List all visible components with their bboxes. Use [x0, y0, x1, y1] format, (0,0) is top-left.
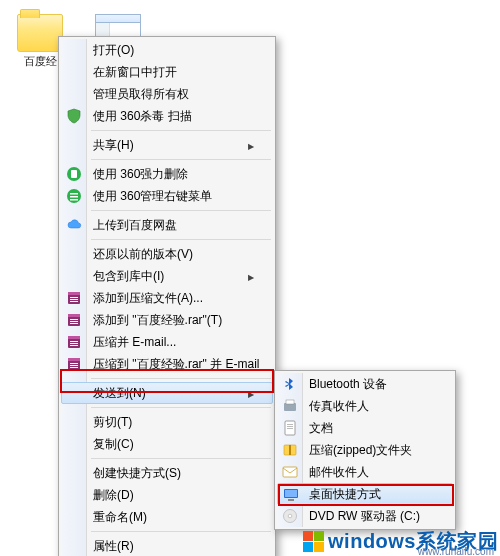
svg-rect-8: [70, 297, 78, 298]
svg-rect-23: [70, 363, 78, 364]
bluetooth-icon: [282, 376, 298, 392]
menu-item[interactable]: 添加到 "百度经验.rar"(T): [61, 309, 273, 331]
menu-item-label: 邮件收件人: [309, 464, 433, 481]
watermark-url: www.ruhaifu.com: [418, 546, 494, 556]
menu-item-label: 在新窗口中打开: [93, 64, 253, 81]
menu-item-label: 压缩(zipped)文件夹: [309, 442, 433, 459]
menu-separator: [91, 210, 271, 211]
menu-item[interactable]: 共享(H): [61, 134, 273, 156]
submenu-arrow-icon: [248, 138, 253, 152]
svg-rect-1: [71, 170, 77, 178]
highlight-sendto: [60, 369, 274, 393]
menu-item-label: 管理员取得所有权: [93, 86, 253, 103]
menu-item-label: 属性(R): [93, 538, 253, 555]
fax-icon: [282, 398, 298, 414]
rar-icon: [66, 334, 82, 350]
menu-item[interactable]: 压缩并 E-mail...: [61, 331, 273, 353]
svg-rect-34: [283, 467, 297, 477]
submenu-arrow-icon: [248, 269, 253, 283]
menu-separator: [91, 130, 271, 131]
svg-rect-29: [287, 424, 293, 425]
menu-item-label: 添加到 "百度经验.rar"(T): [93, 312, 253, 329]
menu-item[interactable]: 创建快捷方式(S): [61, 462, 273, 484]
menu-item-label: 压缩并 E-mail...: [93, 334, 253, 351]
svg-rect-13: [70, 319, 78, 320]
menu-item[interactable]: 使用 360管理右键菜单: [61, 185, 273, 207]
doc-icon: [282, 420, 298, 436]
watermark-text-1: windows: [328, 530, 416, 552]
menu-item[interactable]: 邮件收件人: [277, 461, 453, 483]
menu-item-label: Bluetooth 设备: [309, 376, 433, 393]
menu-item[interactable]: 重命名(M): [61, 506, 273, 528]
menu-item-label: 使用 360强力删除: [93, 166, 253, 183]
folder-icon: [17, 14, 63, 52]
menu-item[interactable]: 上传到百度网盘: [61, 214, 273, 236]
menu-item[interactable]: 还原以前的版本(V): [61, 243, 273, 265]
svg-rect-27: [286, 400, 294, 404]
sendto-submenu: Bluetooth 设备传真收件人文档压缩(zipped)文件夹邮件收件人桌面快…: [274, 370, 456, 530]
menu-item[interactable]: 打开(O): [61, 39, 273, 61]
svg-rect-4: [70, 196, 78, 198]
menu360-icon: [66, 188, 82, 204]
menu-item[interactable]: 管理员取得所有权: [61, 83, 273, 105]
menu-item[interactable]: DVD RW 驱动器 (C:): [277, 505, 453, 527]
menu-item-label: 共享(H): [93, 137, 248, 154]
menu-item[interactable]: Bluetooth 设备: [277, 373, 453, 395]
menu-item[interactable]: 传真收件人: [277, 395, 453, 417]
rar-icon: [66, 290, 82, 306]
svg-rect-19: [70, 343, 78, 344]
svg-rect-10: [70, 301, 78, 302]
menu-item[interactable]: 属性(R): [61, 535, 273, 556]
svg-rect-24: [70, 365, 78, 366]
svg-rect-5: [70, 199, 78, 201]
menu-item-label: 包含到库中(I): [93, 268, 248, 285]
menu-item-label: 剪切(T): [93, 414, 253, 431]
svg-rect-9: [70, 299, 78, 300]
svg-rect-20: [70, 345, 78, 346]
zip-icon: [282, 442, 298, 458]
menu-separator: [91, 458, 271, 459]
svg-rect-3: [70, 193, 78, 195]
menu-item-label: 删除(D): [93, 487, 253, 504]
delete360-icon: [66, 166, 82, 182]
svg-rect-30: [287, 426, 293, 427]
menu-item-label: DVD RW 驱动器 (C:): [309, 508, 433, 525]
svg-point-39: [288, 514, 292, 518]
svg-rect-33: [289, 445, 291, 455]
context-menu: 打开(O)在新窗口中打开管理员取得所有权使用 360杀毒 扫描共享(H)使用 3…: [58, 36, 276, 556]
windows-logo-icon: [303, 531, 324, 552]
menu-item[interactable]: 剪切(T): [61, 411, 273, 433]
menu-item[interactable]: 使用 360强力删除: [61, 163, 273, 185]
menu-separator: [91, 239, 271, 240]
menu-item[interactable]: 包含到库中(I): [61, 265, 273, 287]
svg-rect-12: [68, 314, 80, 317]
menu-item-label: 还原以前的版本(V): [93, 246, 253, 263]
menu-item-label: 重命名(M): [93, 509, 253, 526]
menu-separator: [91, 531, 271, 532]
menu-separator: [91, 159, 271, 160]
dvd-icon: [282, 508, 298, 524]
menu-item-label: 创建快捷方式(S): [93, 465, 253, 482]
menu-item-label: 使用 360管理右键菜单: [93, 188, 253, 205]
menu-item-label: 打开(O): [93, 42, 253, 59]
svg-rect-25: [70, 367, 78, 368]
menu-item-label: 传真收件人: [309, 398, 433, 415]
svg-rect-7: [68, 292, 80, 295]
svg-rect-18: [70, 341, 78, 342]
menu-item[interactable]: 在新窗口中打开: [61, 61, 273, 83]
menu-separator: [91, 407, 271, 408]
menu-item-label: 使用 360杀毒 扫描: [93, 108, 253, 125]
menu-item[interactable]: 复制(C): [61, 433, 273, 455]
highlight-desktop-shortcut: [278, 484, 454, 506]
shield-icon: [66, 108, 82, 124]
menu-item[interactable]: 文档: [277, 417, 453, 439]
cloud-icon: [66, 217, 82, 233]
svg-rect-14: [70, 321, 78, 322]
menu-item[interactable]: 压缩(zipped)文件夹: [277, 439, 453, 461]
menu-item[interactable]: 使用 360杀毒 扫描: [61, 105, 273, 127]
menu-item-label: 文档: [309, 420, 433, 437]
menu-item-label: 添加到压缩文件(A)...: [93, 290, 253, 307]
menu-item[interactable]: 添加到压缩文件(A)...: [61, 287, 273, 309]
rar-icon: [66, 312, 82, 328]
menu-item[interactable]: 删除(D): [61, 484, 273, 506]
